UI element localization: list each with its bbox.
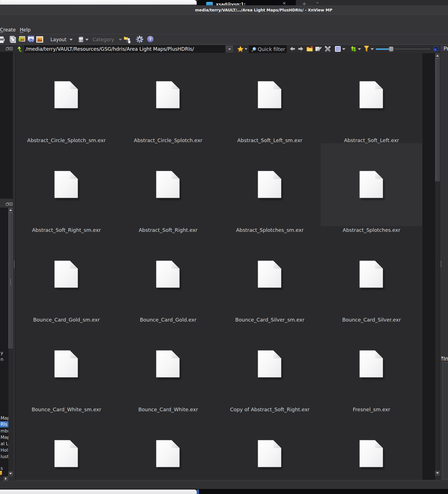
file-icon[interactable] <box>156 350 183 381</box>
thumbnail-size-slider-track[interactable] <box>394 49 430 49</box>
file-icon[interactable] <box>258 171 284 202</box>
category-sets-icon[interactable] <box>124 36 131 43</box>
browser-scroll-down-button[interactable] <box>435 471 440 476</box>
menu-create[interactable]: Create <box>0 27 16 33</box>
file-icon[interactable] <box>359 261 386 292</box>
filter-caret-icon[interactable] <box>371 48 374 50</box>
file-label[interactable]: Abstract_Soft_Right_sm.exr <box>16 227 117 233</box>
file-icon[interactable] <box>54 171 81 202</box>
browser-scrollbar-thumb[interactable] <box>435 58 440 181</box>
tree-item[interactable]: Map <box>0 415 8 421</box>
menu-help[interactable]: Help <box>20 27 31 33</box>
tree-item-selected[interactable]: RIs <box>0 421 8 427</box>
file-label[interactable]: Bounce_Card_Silver.exr <box>321 317 422 323</box>
tree-item[interactable]: s <box>0 465 8 471</box>
image-icon[interactable] <box>36 36 43 43</box>
file-label[interactable]: Bounce_Card_White.exr <box>117 407 219 413</box>
file-icon[interactable] <box>359 350 386 381</box>
file-icon[interactable] <box>54 350 81 381</box>
view-mode-icon[interactable] <box>335 46 341 52</box>
file-icon[interactable] <box>359 81 386 112</box>
panel-close-icon[interactable] <box>9 202 13 206</box>
layout-caret-icon[interactable] <box>69 39 73 41</box>
favorites-star-icon[interactable] <box>237 46 244 52</box>
view-mode-caret-icon[interactable] <box>342 48 345 50</box>
terminal-new-tab-icon[interactable]: + <box>302 1 306 5</box>
back-icon[interactable] <box>289 45 296 52</box>
file-icon[interactable] <box>258 350 284 381</box>
tree-scrollbar-thumb[interactable] <box>8 213 13 348</box>
file-icon[interactable] <box>156 81 183 112</box>
tree-scroll-down-button[interactable] <box>8 471 13 476</box>
browser-scroll-up-button[interactable] <box>435 53 440 58</box>
file-label[interactable]: Abstract_Circle_Splotch.exr <box>117 137 219 143</box>
terminal-menu-icon[interactable]: ⌄ <box>315 0 319 4</box>
file-icon[interactable] <box>54 81 81 112</box>
file-icon[interactable] <box>156 440 183 471</box>
file-icon[interactable] <box>258 81 284 112</box>
tree-item[interactable]: lust <box>0 454 8 460</box>
path-dropdown-button[interactable] <box>225 45 233 53</box>
file-label[interactable]: Bounce_Card_White_sm.exr <box>16 407 117 413</box>
file-label[interactable]: Abstract_Soft_Right.exr <box>117 227 219 233</box>
quick-filter-field[interactable]: Quick filter <box>249 45 287 53</box>
path-field[interactable]: /media/terry/VAULT/Resources/GSG/hdris/A… <box>24 45 225 53</box>
new-folder-icon[interactable] <box>306 45 313 52</box>
file-icon[interactable] <box>54 261 81 292</box>
tree-item[interactable]: Holi <box>0 447 8 453</box>
sort-icon[interactable] <box>350 45 357 53</box>
file-label[interactable]: Abstract_Soft_Left.exr <box>321 137 422 143</box>
folder-tree[interactable]: ynMapRIsmbrMapal LoHolilusts <box>0 208 8 476</box>
file-icon[interactable] <box>359 171 386 202</box>
file-label[interactable]: Abstract_Splotches.exr <box>321 227 422 233</box>
tree-item[interactable]: n <box>0 356 8 362</box>
folders-panel-close-icon[interactable] <box>9 47 13 50</box>
file-label[interactable]: Bounce_Card_Gold_sm.exr <box>16 317 117 323</box>
sort-presets-icon[interactable]: 1-5 <box>79 36 84 42</box>
file-icon[interactable] <box>359 440 386 471</box>
file-icon[interactable] <box>258 440 284 471</box>
tree-scroll-right-button[interactable] <box>4 476 8 481</box>
rename-icon[interactable] <box>315 45 322 52</box>
batch-convert-icon[interactable] <box>9 36 16 43</box>
file-label[interactable]: Fresnel_sm.exr <box>321 407 422 413</box>
thumbnail-size-slider-handle[interactable] <box>389 47 393 52</box>
favorites-caret-icon[interactable] <box>245 48 247 50</box>
file-label[interactable]: Abstract_Circle_Splotch_sm.exr <box>16 137 117 143</box>
forward-icon[interactable] <box>298 45 304 52</box>
settings-gear-icon[interactable] <box>136 35 143 43</box>
category-button[interactable]: Category <box>92 37 114 42</box>
file-label[interactable]: Bounce_Card_Silver_sm.exr <box>219 317 321 323</box>
panels-toggle-icon[interactable] <box>434 46 438 51</box>
left-splitter[interactable] <box>13 52 15 481</box>
sort-caret-icon[interactable] <box>358 48 361 50</box>
parent-folder-icon[interactable] <box>16 46 22 52</box>
file-browser[interactable]: Abstract_Circle_Splotch_sm.exrAbstract_C… <box>15 53 435 480</box>
tree-item[interactable]: mbr <box>0 428 8 434</box>
panel-float-icon[interactable] <box>6 202 9 206</box>
print-icon[interactable] <box>0 36 5 43</box>
terminal-tab-close-icon[interactable]: ✕ <box>283 1 286 5</box>
delete-icon[interactable] <box>324 45 331 52</box>
category-caret-icon[interactable] <box>119 39 122 41</box>
filter-funnel-icon[interactable] <box>364 45 369 52</box>
sort-presets-caret-icon[interactable] <box>85 39 89 41</box>
tree-item[interactable]: al Lo <box>0 441 8 447</box>
tree-scroll-up-button[interactable] <box>8 208 13 213</box>
screen-capture-icon[interactable] <box>28 36 34 43</box>
file-icon[interactable] <box>258 261 284 292</box>
file-icon[interactable] <box>156 171 183 202</box>
file-icon[interactable] <box>156 261 183 292</box>
file-label[interactable]: Bounce_Card_Gold.exr <box>117 317 219 323</box>
folders-panel[interactable] <box>0 52 13 199</box>
file-label[interactable]: Copy of Abstract_Soft_Right.exr <box>219 407 321 413</box>
tree-item[interactable]: Map <box>0 434 8 441</box>
help-icon[interactable]: ? <box>147 36 154 43</box>
file-icon[interactable] <box>54 440 81 471</box>
file-label[interactable]: Abstract_Splotches_sm.exr <box>219 227 321 233</box>
file-label[interactable]: Abstract_Soft_Left_sm.exr <box>219 137 321 143</box>
tree-item[interactable]: y <box>0 350 8 356</box>
titlebar[interactable]: media/terry/VAULT/…/Area Light Maps/Plus… <box>0 5 448 15</box>
folders-panel-float-icon[interactable] <box>6 47 9 50</box>
layout-button[interactable]: Layout <box>50 37 67 42</box>
